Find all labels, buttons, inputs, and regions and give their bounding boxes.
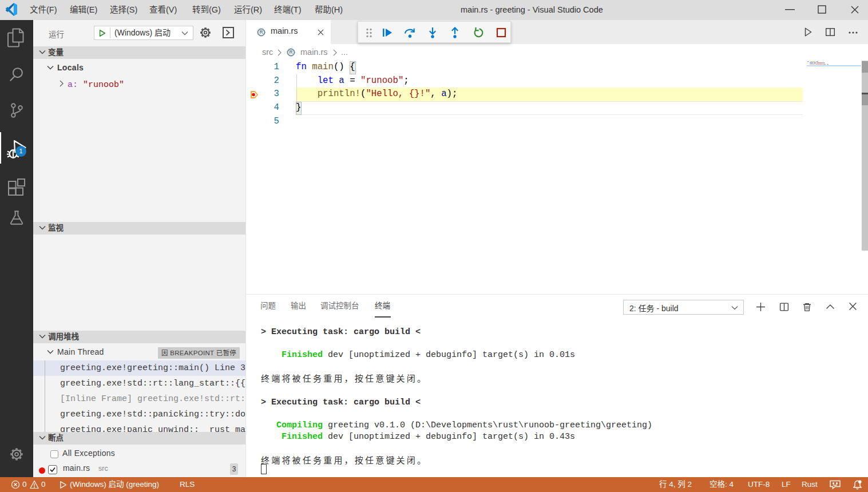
svg-text:R: R bbox=[259, 29, 263, 35]
svg-text:R: R bbox=[289, 49, 292, 55]
